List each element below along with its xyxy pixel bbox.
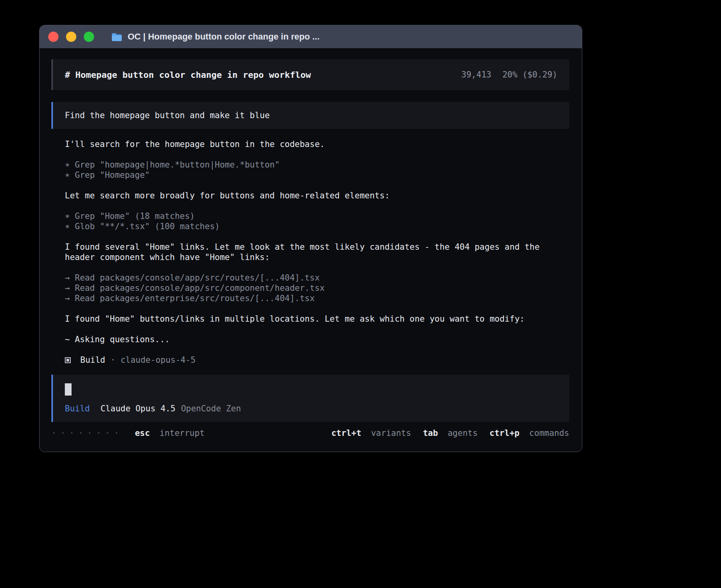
zoom-button[interactable] bbox=[84, 32, 94, 42]
terminal-window: OC | Homepage button color change in rep… bbox=[39, 25, 582, 452]
status-bar-left: ········ esc interrupt bbox=[51, 427, 205, 439]
session-header: # Homepage button color change in repo w… bbox=[51, 59, 569, 90]
assistant-text: I found "Home" buttons/links in multiple… bbox=[65, 314, 562, 324]
window-title: OC | Homepage button color change in rep… bbox=[128, 32, 319, 42]
key-tab: tab bbox=[423, 428, 438, 438]
tool-call-group: ∗ Grep "Home" (18 matches) ∗ Glob "**/*.… bbox=[65, 211, 562, 232]
tool-call-read: → Read packages/enterprise/src/routes/[.… bbox=[65, 293, 562, 303]
tool-call-grep: ∗ Grep "Homepage" bbox=[65, 170, 562, 180]
hint-agents: tab agents bbox=[423, 428, 478, 438]
token-count: 39,413 bbox=[461, 70, 491, 79]
context-cost: 20% ($0.29) bbox=[502, 70, 557, 79]
label-interrupt: interrupt bbox=[160, 428, 205, 438]
agent-name: Build bbox=[80, 355, 105, 365]
label-agents: agents bbox=[447, 428, 478, 438]
terminal-content: # Homepage button color change in repo w… bbox=[40, 48, 582, 439]
tool-call-grep: ∗ Grep "Home" (18 matches) bbox=[65, 211, 562, 221]
traffic-lights bbox=[48, 32, 94, 42]
folder-icon bbox=[111, 32, 122, 41]
minimize-button[interactable] bbox=[66, 32, 76, 42]
tool-call-read: → Read packages/console/app/src/componen… bbox=[65, 283, 562, 293]
prompt-input[interactable]: Build Claude Opus 4.5 OpenCode Zen bbox=[51, 375, 569, 422]
session-stats: 39,413 20% ($0.29) bbox=[461, 70, 557, 79]
hint-interrupt: esc interrupt bbox=[135, 428, 204, 438]
build-agent-icon bbox=[65, 357, 71, 363]
tool-call-group: ∗ Grep "homepage|home.*button|Home.*butt… bbox=[65, 160, 562, 180]
model-name[interactable]: Claude Opus 4.5 bbox=[100, 404, 176, 413]
session-title: # Homepage button color change in repo w… bbox=[65, 70, 311, 80]
key-esc: esc bbox=[135, 428, 150, 438]
agent-separator: · bbox=[110, 355, 115, 365]
key-ctrl-p: ctrl+p bbox=[489, 428, 519, 438]
window-titlebar[interactable]: OC | Homepage button color change in rep… bbox=[40, 25, 582, 48]
hint-variants: ctrl+t variants bbox=[331, 428, 411, 438]
key-ctrl-t: ctrl+t bbox=[331, 428, 361, 438]
agent-badge: Build · claude-opus-4-5 bbox=[65, 355, 562, 365]
model-selector-row[interactable]: Build Claude Opus 4.5 OpenCode Zen bbox=[65, 404, 241, 413]
model-provider: OpenCode Zen bbox=[181, 404, 241, 413]
spinner-dots: ········ bbox=[51, 427, 123, 439]
assistant-text: Let me search more broadly for buttons a… bbox=[65, 190, 562, 201]
assistant-text: I found several "Home" links. Let me loo… bbox=[65, 242, 562, 262]
assistant-transcript: I'll search for the homepage button in t… bbox=[65, 139, 569, 365]
agent-mode-label[interactable]: Build bbox=[65, 404, 90, 413]
tool-call-read: → Read packages/console/app/src/routes/[… bbox=[65, 273, 562, 283]
tool-call-grep: ∗ Grep "homepage|home.*button|Home.*butt… bbox=[65, 160, 562, 170]
user-message: Find the homepage button and make it blu… bbox=[51, 102, 569, 129]
status-bar: ········ esc interrupt ctrl+t variants t… bbox=[51, 427, 569, 439]
hint-commands: ctrl+p commands bbox=[489, 428, 569, 438]
tool-call-group: → Read packages/console/app/src/routes/[… bbox=[65, 273, 562, 303]
assistant-text: I'll search for the homepage button in t… bbox=[65, 139, 562, 149]
working-status: ~ Asking questions... bbox=[65, 334, 562, 345]
text-cursor bbox=[65, 383, 72, 396]
label-commands: commands bbox=[529, 428, 569, 438]
agent-model: claude-opus-4-5 bbox=[121, 355, 196, 365]
tool-call-glob: ∗ Glob "**/*.tsx" (100 matches) bbox=[65, 221, 562, 232]
label-variants: variants bbox=[371, 428, 411, 438]
status-bar-right: ctrl+t variants tab agents ctrl+p comman… bbox=[319, 428, 569, 438]
user-message-text: Find the homepage button and make it blu… bbox=[65, 111, 270, 120]
close-button[interactable] bbox=[48, 32, 59, 42]
